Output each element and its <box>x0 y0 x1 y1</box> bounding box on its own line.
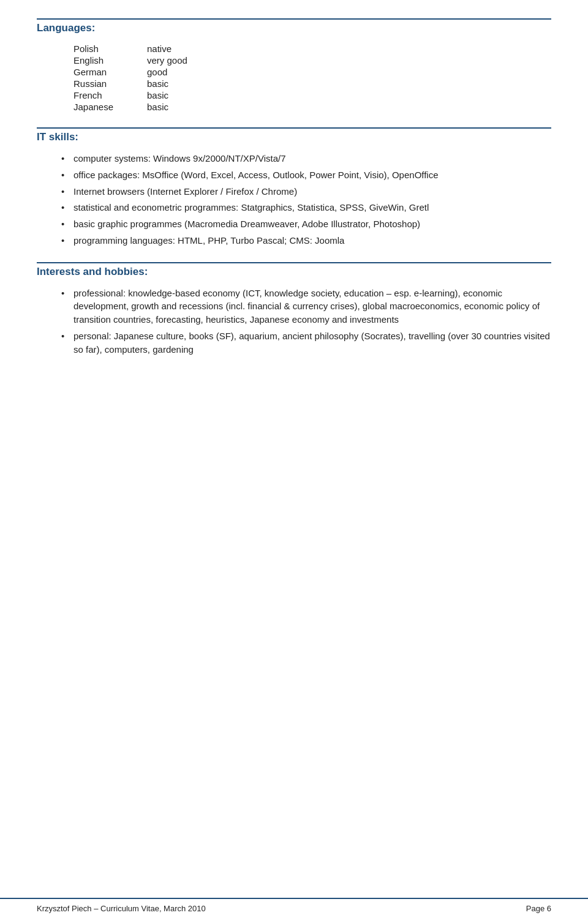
footer-left: Krzysztof Piech – Curriculum Vitae, Marc… <box>37 904 206 913</box>
it-skill-item: programming languages: HTML, PHP, Turbo … <box>61 234 551 247</box>
it-skills-list: computer systems: Windows 9x/2000/NT/XP/… <box>61 152 551 247</box>
lang-row: Germangood <box>74 66 212 78</box>
lang-level: basic <box>147 89 212 101</box>
languages-heading: Languages: <box>37 18 551 34</box>
lang-row: Englishvery good <box>74 55 212 66</box>
lang-name: Russian <box>74 78 147 89</box>
lang-name: Japanese <box>74 101 147 113</box>
it-skill-item: computer systems: Windows 9x/2000/NT/XP/… <box>61 152 551 165</box>
it-skills-heading: IT skills: <box>37 127 551 143</box>
interests-heading: Interests and hobbies: <box>37 262 551 278</box>
lang-name: English <box>74 55 147 66</box>
lang-row: Japanesebasic <box>74 101 212 113</box>
it-skill-item: office packages: MsOffice (Word, Excel, … <box>61 168 551 182</box>
languages-section: Languages: PolishnativeEnglishvery goodG… <box>37 18 551 113</box>
footer-right: Page 6 <box>526 904 551 913</box>
interest-item: professional: knowledge-based economy (I… <box>61 287 551 326</box>
lang-row: Russianbasic <box>74 78 212 89</box>
lang-level: good <box>147 66 212 78</box>
page-footer: Krzysztof Piech – Curriculum Vitae, Marc… <box>0 898 588 918</box>
it-skill-item: basic graphic programmes (Macromedia Dre… <box>61 217 551 231</box>
lang-name: German <box>74 66 147 78</box>
lang-row: Polishnative <box>74 43 212 55</box>
lang-level: basic <box>147 101 212 113</box>
interests-list: professional: knowledge-based economy (I… <box>61 287 551 356</box>
lang-level: basic <box>147 78 212 89</box>
it-skills-section: IT skills: computer systems: Windows 9x/… <box>37 127 551 247</box>
lang-name: French <box>74 89 147 101</box>
it-skill-item: statistical and econometric programmes: … <box>61 201 551 214</box>
lang-row: Frenchbasic <box>74 89 212 101</box>
lang-name: Polish <box>74 43 147 55</box>
languages-table: PolishnativeEnglishvery goodGermangoodRu… <box>74 43 212 113</box>
interests-section: Interests and hobbies: professional: kno… <box>37 262 551 356</box>
interest-item: personal: Japanese culture, books (SF), … <box>61 329 551 356</box>
lang-level: native <box>147 43 212 55</box>
lang-level: very good <box>147 55 212 66</box>
it-skill-item: Internet browsers (Internet Explorer / F… <box>61 185 551 198</box>
